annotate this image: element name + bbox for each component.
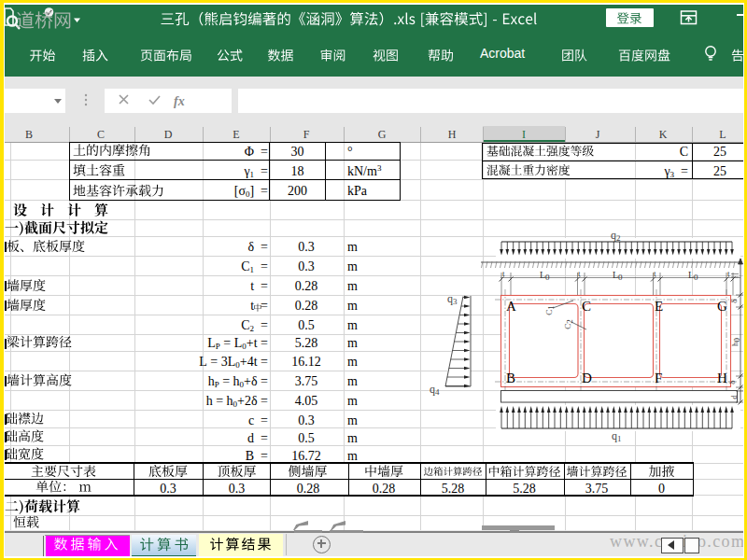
svg-text:fx: fx xyxy=(174,94,185,108)
